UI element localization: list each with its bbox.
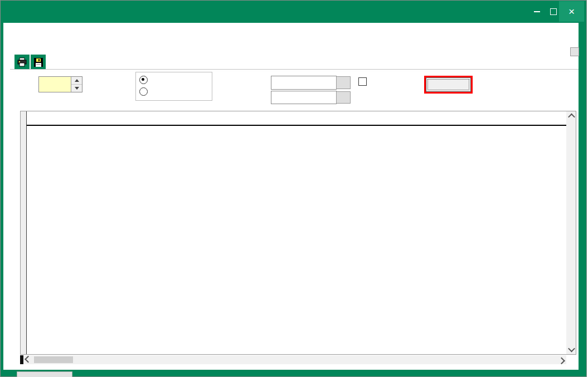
cmv-checkbox[interactable] <box>358 77 367 86</box>
close-icon: × <box>568 6 575 17</box>
ano-spin-buttons <box>71 77 82 92</box>
radio-data-vencimento[interactable] <box>139 76 151 84</box>
app-window: × <box>0 0 587 377</box>
corner-box <box>570 47 579 56</box>
consultar-button[interactable] <box>426 77 471 92</box>
client-area <box>3 23 579 370</box>
title-bar: × <box>1 1 586 23</box>
ano-input[interactable] <box>39 77 71 92</box>
hscroll-thumb[interactable] <box>34 356 73 363</box>
grid-header <box>26 111 567 125</box>
spin-up-button[interactable] <box>71 77 82 85</box>
save-icon <box>33 57 43 67</box>
minimize-button[interactable] <box>528 1 545 22</box>
spin-up-icon <box>75 79 79 82</box>
row-selector-column <box>21 111 27 354</box>
centro-custo-browse-button[interactable] <box>336 91 351 104</box>
centro-custo-input[interactable] <box>271 91 337 104</box>
configuracoes-button[interactable] <box>17 371 72 377</box>
spin-down-button[interactable] <box>71 85 82 92</box>
chevron-right-icon <box>558 357 565 364</box>
chevron-up-icon <box>568 114 575 121</box>
radio-data-emissao[interactable] <box>139 87 151 96</box>
dre-grid <box>20 111 576 355</box>
chevron-left-icon <box>25 355 32 363</box>
scroll-right-button[interactable] <box>557 355 566 364</box>
empresa-browse-button[interactable] <box>336 76 351 89</box>
vertical-scrollbar[interactable] <box>566 111 576 354</box>
filtro-groupbox <box>135 72 212 101</box>
empresa-input[interactable] <box>271 76 337 90</box>
toolbar-divider <box>10 69 579 71</box>
horizontal-scrollbar[interactable] <box>20 355 566 364</box>
printer-icon <box>17 57 28 67</box>
spin-down-icon <box>75 87 79 90</box>
save-button[interactable] <box>31 55 46 70</box>
grid-rows <box>26 111 567 354</box>
radio-unselected-icon <box>139 87 148 96</box>
header-separator <box>26 125 567 126</box>
radio-selected-icon <box>139 76 148 84</box>
print-button[interactable] <box>14 55 30 70</box>
minimize-icon <box>534 11 540 12</box>
close-button[interactable]: × <box>559 1 584 22</box>
consultar-highlight <box>424 76 473 94</box>
maximize-icon <box>550 8 557 15</box>
scroll-up-button[interactable] <box>566 111 576 121</box>
ano-spinner <box>38 76 82 92</box>
scroll-down-button[interactable] <box>566 345 576 354</box>
scroll-left-button[interactable] <box>23 355 33 364</box>
chevron-down-icon <box>568 345 575 352</box>
